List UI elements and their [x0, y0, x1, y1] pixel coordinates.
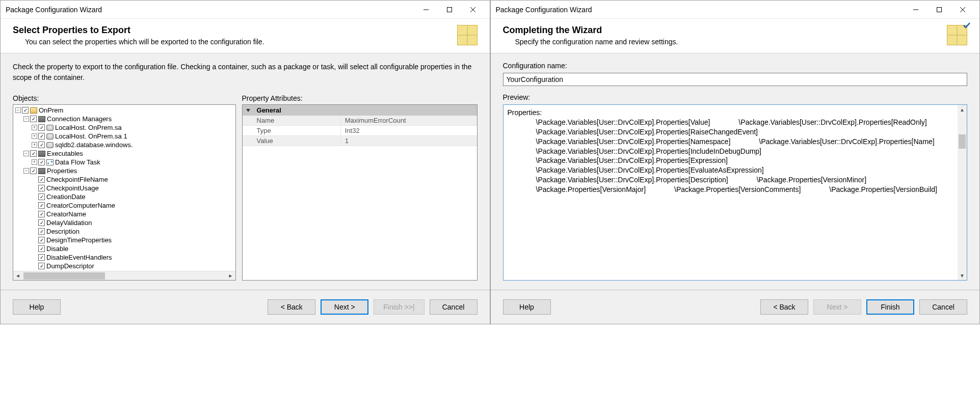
expand-icon[interactable]: + [32, 133, 37, 139]
attribute-value-label: Value [243, 136, 341, 146]
checkbox[interactable] [38, 245, 45, 252]
help-button[interactable]: Help [13, 299, 61, 315]
attribute-row[interactable]: Type Int32 [243, 126, 477, 136]
tree-row[interactable]: CheckpointUsage [13, 184, 235, 192]
tree-row[interactable]: Description [13, 227, 235, 236]
preview-line: \Package.Properties[VersionComments] [646, 185, 801, 194]
checkbox[interactable] [38, 176, 45, 183]
tree-row[interactable]: DumpDescriptor [13, 262, 235, 270]
minimize-button[interactable] [414, 2, 438, 17]
back-button[interactable]: < Back [760, 299, 808, 315]
tree-row[interactable]: + LocalHost. OnPrem.sa [13, 123, 235, 132]
tree-label: DesignTimeProperties [46, 236, 112, 244]
window-title: Package Configuration Wizard [6, 6, 414, 14]
tree-label: CheckpointFileName [46, 175, 108, 184]
tree-row[interactable]: CreatorComputerName [13, 201, 235, 210]
titlebar: Package Configuration Wizard [491, 1, 980, 19]
checkbox[interactable] [38, 193, 45, 200]
minimize-button[interactable] [904, 2, 928, 17]
checkbox[interactable] [38, 202, 45, 209]
checkmark-icon [962, 21, 971, 30]
preview-line: \Package.Variables[User::DrvColExp].Prop… [730, 137, 934, 147]
tree-row[interactable]: DelayValidation [13, 218, 235, 227]
checkbox[interactable] [38, 237, 45, 243]
tree-label: Data Flow Task [55, 158, 100, 166]
tree-row[interactable]: CreatorName [13, 210, 235, 218]
checkbox[interactable] [38, 263, 45, 269]
checkbox[interactable] [30, 168, 37, 174]
cancel-button[interactable]: Cancel [919, 299, 967, 315]
tree-row[interactable]: − Executables [13, 149, 235, 158]
attribute-name-value: MaximumErrorCount [341, 116, 477, 125]
tree-row[interactable]: + sqldb2.database.windows. [13, 141, 235, 149]
config-name-input[interactable] [503, 73, 968, 86]
back-button[interactable]: < Back [268, 299, 315, 315]
maximize-button[interactable] [928, 2, 951, 17]
expand-icon[interactable]: + [32, 159, 37, 165]
collapse-icon[interactable]: − [23, 151, 29, 156]
checkbox[interactable] [30, 116, 37, 122]
collapse-icon[interactable]: − [15, 107, 21, 113]
checkbox[interactable] [22, 107, 29, 114]
attribute-row[interactable]: Value 1 [243, 136, 477, 146]
checkbox[interactable] [38, 254, 45, 261]
maximize-button[interactable] [438, 2, 461, 17]
checkbox[interactable] [38, 219, 45, 226]
tree-row[interactable]: − Connection Managers [13, 115, 235, 123]
tree-row[interactable]: DesignTimeProperties [13, 236, 235, 244]
preview-line: \Package.Variables[User::DrvColExp].Prop… [710, 118, 926, 127]
checkbox[interactable] [38, 124, 45, 131]
preview-line: \Package.Variables[User::DrvColExp].Prop… [508, 147, 762, 156]
tree-row[interactable]: Disable [13, 244, 235, 253]
close-button[interactable] [461, 2, 485, 17]
vertical-scrollbar[interactable]: ▲ ▼ [958, 105, 967, 280]
tree-row[interactable]: DisableEventHandlers [13, 253, 235, 262]
dataflow-icon [46, 159, 54, 165]
tree-row[interactable]: + LocalHost. OnPrem.sa 1 [13, 132, 235, 141]
tree-row[interactable]: − Properties [13, 166, 235, 175]
tree-row[interactable]: CheckpointFileName [13, 175, 235, 184]
scrollbar-thumb[interactable] [23, 272, 105, 280]
page-title: Select Properties to Export [13, 25, 457, 36]
checkbox[interactable] [38, 211, 45, 217]
tree-row[interactable]: + Data Flow Task [13, 158, 235, 166]
attributes-grid[interactable]: General Name MaximumErrorCount Type Int3… [242, 104, 478, 281]
tree-label: Disable [46, 244, 68, 253]
folder-icon [38, 116, 45, 122]
horizontal-scrollbar[interactable]: ◄ ► [13, 271, 235, 280]
close-button[interactable] [951, 2, 974, 17]
preview-line: \Package.Variables[User::DrvColExp].Prop… [508, 175, 728, 185]
next-button[interactable]: Next > [321, 299, 368, 315]
help-button[interactable]: Help [503, 299, 551, 315]
checkbox[interactable] [38, 159, 45, 165]
tree-row[interactable]: CreationDate [13, 192, 235, 201]
scroll-right-icon[interactable]: ► [226, 271, 235, 281]
collapse-icon[interactable]: − [23, 116, 29, 122]
scroll-left-icon[interactable]: ◄ [13, 271, 22, 281]
checkbox[interactable] [30, 150, 37, 157]
preview-box[interactable]: Properties: \Package.Variables[User::Drv… [503, 104, 968, 281]
finish-button[interactable]: Finish [866, 299, 914, 315]
checkbox[interactable] [38, 142, 45, 148]
checkbox[interactable] [38, 133, 45, 140]
attribute-row[interactable]: Name MaximumErrorCount [243, 116, 477, 126]
expand-icon[interactable]: + [32, 125, 37, 130]
svg-rect-1 [447, 7, 452, 12]
preview-line: \Package.Variables[User::DrvColExp].Prop… [508, 137, 731, 147]
cancel-button[interactable]: Cancel [430, 299, 478, 315]
tree-row[interactable]: − OnPrem [13, 106, 235, 115]
collapse-icon[interactable]: − [23, 168, 29, 174]
expand-icon[interactable]: + [32, 142, 37, 148]
preview-line: \Package.Variables[User::DrvColExp].Prop… [508, 118, 710, 127]
scroll-up-icon[interactable]: ▲ [958, 105, 967, 114]
preview-heading: Properties: [508, 108, 963, 118]
wizard-icon [457, 25, 478, 45]
scrollbar-thumb[interactable] [959, 134, 966, 149]
titlebar: Package Configuration Wizard [1, 1, 490, 19]
attributes-section-header[interactable]: General [243, 105, 477, 116]
objects-tree[interactable]: − OnPrem − Connection Managers [13, 104, 236, 281]
checkbox[interactable] [38, 228, 45, 235]
tree-label: LocalHost. OnPrem.sa [55, 123, 122, 132]
scroll-down-icon[interactable]: ▼ [958, 271, 967, 280]
checkbox[interactable] [38, 185, 45, 191]
